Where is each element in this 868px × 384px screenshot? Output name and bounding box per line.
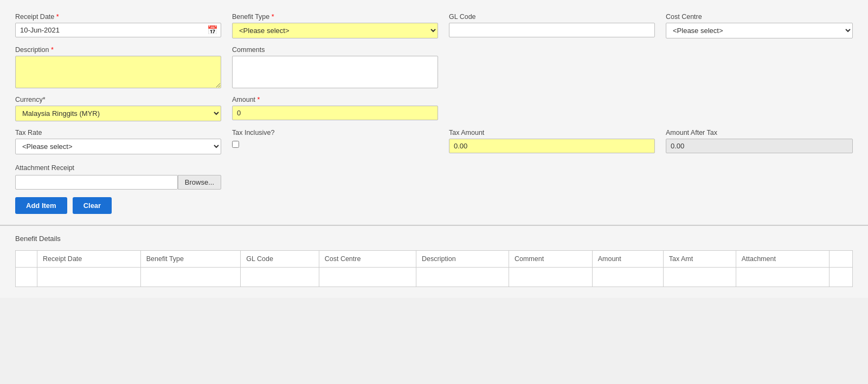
tax-inclusive-checkbox-row — [232, 141, 438, 148]
tax-rate-label: Tax Rate — [15, 129, 221, 136]
td-receipt-date — [37, 268, 141, 287]
description-group: Description * — [15, 46, 221, 88]
benefit-type-required: * — [272, 13, 274, 21]
description-textarea[interactable] — [15, 56, 221, 88]
benefit-details-table: Receipt Date Benefit Type GL Code Cost C… — [15, 250, 853, 287]
receipt-date-group: Receipt Date * 10-Jun-2021 📅 — [15, 13, 221, 38]
th-actions — [829, 251, 852, 268]
receipt-date-wrapper: 10-Jun-2021 📅 — [15, 23, 221, 37]
td-row-num — [16, 268, 37, 287]
amount-placeholder-col3 — [449, 96, 655, 121]
amount-label: Amount * — [232, 96, 438, 103]
amount-after-tax-input: 0.00 — [666, 139, 853, 153]
td-tax-amt — [663, 268, 736, 287]
tax-inclusive-checkbox[interactable] — [232, 141, 239, 148]
cost-centre-select[interactable]: <Please select> — [666, 23, 853, 38]
th-attachment: Attachment — [736, 251, 829, 268]
th-row-num — [16, 251, 37, 268]
currency-select[interactable]: Malaysia Ringgits (MYR) — [15, 106, 221, 121]
amount-after-tax-label: Amount After Tax — [666, 129, 853, 136]
amount-required: * — [258, 96, 260, 103]
attachment-section: Attachment Receipt Browse... — [15, 164, 853, 190]
add-item-button[interactable]: Add Item — [15, 197, 67, 214]
th-cost-centre: Cost Centre — [319, 251, 416, 268]
td-amount — [592, 268, 663, 287]
description-required: * — [51, 46, 54, 54]
tax-rate-group: Tax Rate <Please select> — [15, 129, 221, 154]
form-row-3: Currency* Malaysia Ringgits (MYR) Amount… — [15, 96, 853, 121]
td-cost-centre — [319, 268, 416, 287]
tax-inclusive-label: Tax Inclusive? — [232, 129, 438, 136]
table-header-row: Receipt Date Benefit Type GL Code Cost C… — [16, 251, 853, 268]
calendar-icon[interactable]: 📅 — [207, 25, 218, 35]
form-row-1: Receipt Date * 10-Jun-2021 📅 Benefit Typ… — [15, 13, 853, 38]
th-comment: Comment — [509, 251, 592, 268]
benefit-type-select[interactable]: <Please select> — [232, 23, 438, 38]
gl-code-group: GL Code — [449, 13, 655, 38]
bottom-panel: Benefit Details Receipt Date Benefit Typ… — [0, 226, 868, 298]
cost-centre-group: Cost Centre <Please select> — [666, 13, 853, 38]
placeholder-col3 — [449, 46, 655, 88]
action-buttons: Add Item Clear — [15, 197, 853, 214]
th-receipt-date: Receipt Date — [37, 251, 141, 268]
comments-input[interactable] — [232, 56, 438, 88]
currency-label: Currency* — [15, 96, 221, 103]
td-benefit-type — [140, 268, 241, 287]
th-description: Description — [416, 251, 509, 268]
receipt-date-required: * — [56, 13, 59, 21]
cost-centre-label: Cost Centre — [666, 13, 853, 21]
td-comment — [509, 268, 592, 287]
amount-placeholder-col4 — [666, 96, 853, 121]
gl-code-input[interactable] — [449, 23, 655, 37]
attachment-label: Attachment Receipt — [15, 164, 853, 172]
tax-amount-label: Tax Amount — [449, 129, 655, 136]
receipt-date-label: Receipt Date * — [15, 13, 221, 21]
file-path-input[interactable] — [15, 175, 178, 190]
file-input-row: Browse... — [15, 175, 221, 190]
amount-group: Amount * 0 — [232, 96, 438, 121]
benefit-type-label: Benefit Type * — [232, 13, 438, 21]
top-form-panel: Receipt Date * 10-Jun-2021 📅 Benefit Typ… — [0, 0, 868, 226]
tax-amount-input[interactable]: 0.00 — [449, 139, 655, 153]
currency-group: Currency* Malaysia Ringgits (MYR) — [15, 96, 221, 121]
form-row-2: Description * Comments — [15, 46, 853, 88]
clear-button[interactable]: Clear — [73, 197, 112, 214]
amount-input[interactable]: 0 — [232, 106, 438, 120]
td-gl-code — [241, 268, 319, 287]
comments-group: Comments — [232, 46, 438, 88]
th-benefit-type: Benefit Type — [140, 251, 241, 268]
tax-amount-group: Tax Amount 0.00 — [449, 129, 655, 154]
td-row-actions — [829, 268, 852, 287]
description-label: Description * — [15, 46, 221, 54]
tax-inclusive-group: Tax Inclusive? — [232, 129, 438, 154]
receipt-date-input[interactable]: 10-Jun-2021 — [15, 23, 221, 37]
comments-label: Comments — [232, 46, 438, 54]
benefit-type-group: Benefit Type * <Please select> — [232, 13, 438, 38]
amount-after-tax-group: Amount After Tax 0.00 — [666, 129, 853, 154]
th-gl-code: GL Code — [241, 251, 319, 268]
gl-code-label: GL Code — [449, 13, 655, 21]
th-tax-amt: Tax Amt — [663, 251, 736, 268]
placeholder-col4 — [666, 46, 853, 88]
form-row-4: Tax Rate <Please select> Tax Inclusive? … — [15, 129, 853, 154]
browse-button[interactable]: Browse... — [178, 175, 221, 190]
th-amount: Amount — [592, 251, 663, 268]
table-row — [16, 268, 853, 287]
td-description — [416, 268, 509, 287]
tax-rate-select[interactable]: <Please select> — [15, 139, 221, 154]
benefit-details-title: Benefit Details — [15, 235, 853, 243]
td-attachment — [736, 268, 829, 287]
